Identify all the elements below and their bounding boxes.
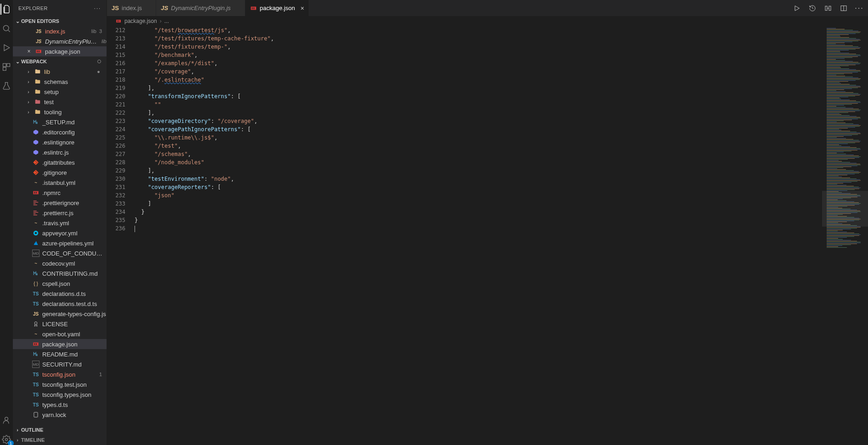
file-label: .prettierrc.js	[42, 210, 107, 217]
svg-rect-20	[34, 192, 35, 194]
tab-label: DynamicEntryPlugin.js	[171, 5, 231, 11]
file-item[interactable]: appveyor.yml	[13, 228, 107, 238]
file-item[interactable]: ~codecov.yml	[13, 258, 107, 268]
tab-label: index.js	[122, 5, 142, 11]
file-item[interactable]: CONTRIBUTING.md	[13, 268, 107, 278]
svg-point-31	[35, 232, 37, 234]
close-icon[interactable]: ×	[300, 5, 304, 12]
file-item[interactable]: yarn.lock	[13, 410, 107, 420]
history-icon[interactable]	[808, 4, 817, 12]
open-editor-item[interactable]: JSindex.jslib3	[13, 26, 107, 36]
file-tree[interactable]: ›lib●›schemas›setup›test›tooling_SETUP.m…	[13, 67, 107, 425]
svg-rect-2	[3, 64, 6, 67]
more-actions-icon[interactable]: ···	[855, 4, 863, 12]
svg-point-15	[36, 162, 37, 163]
svg-marker-10	[34, 130, 39, 135]
workspace-header[interactable]: ⌄ WEBPACK	[13, 56, 107, 67]
activity-search-icon[interactable]	[1, 23, 12, 34]
file-item[interactable]: TSdeclarations.test.d.ts	[13, 299, 107, 309]
chevron-right-icon: ›	[26, 79, 31, 84]
svg-rect-41	[825, 6, 827, 10]
file-item[interactable]: .eslintignore	[13, 137, 107, 147]
activity-account-icon[interactable]	[1, 415, 12, 426]
breadcrumb-rest: ...	[164, 18, 169, 24]
editor-area[interactable]: 2122132142152162172182192202212222232242…	[107, 26, 868, 445]
file-label: tsconfig.test.json	[42, 381, 107, 388]
file-item[interactable]: azure-pipelines.yml	[13, 238, 107, 248]
file-item[interactable]: TStsconfig.json1	[13, 369, 107, 379]
activity-extensions-icon[interactable]	[1, 61, 12, 72]
run-icon[interactable]	[793, 4, 801, 12]
activity-explorer-icon[interactable]	[0, 4, 11, 15]
folder-item[interactable]: ›test	[13, 97, 107, 107]
svg-rect-26	[34, 211, 37, 211]
editor-tab[interactable]: package.json×	[245, 0, 310, 16]
split-editor-icon[interactable]	[840, 4, 848, 12]
svg-rect-38	[252, 7, 253, 9]
workspace-label: WEBPACK	[21, 59, 47, 64]
file-item[interactable]: .npmrc	[13, 188, 107, 198]
activity-run-icon[interactable]	[1, 42, 12, 53]
folder-label: tooling	[44, 109, 107, 116]
file-item[interactable]: { }cspell.json	[13, 278, 107, 289]
file-item[interactable]: _SETUP.md	[13, 117, 107, 127]
file-path: lib	[91, 28, 96, 34]
code-content[interactable]: "/test/browsertest/js", "/test/fixtures/…	[135, 26, 822, 445]
explorer-more-icon[interactable]: ···	[94, 6, 101, 11]
close-icon[interactable]: ×	[26, 48, 32, 55]
folder-item[interactable]: ›tooling	[13, 107, 107, 117]
activity-settings-icon[interactable]: 1	[1, 434, 12, 445]
explorer-panel: EXPLORER ··· ⌄ OPEN EDITORS JSindex.jsli…	[13, 0, 107, 445]
editor-tab[interactable]: JSDynamicEntryPlugin.js×	[156, 0, 245, 16]
diff-icon[interactable]	[824, 4, 832, 12]
file-item[interactable]: ~.travis.yml	[13, 218, 107, 228]
file-item[interactable]: .editorconfig	[13, 127, 107, 137]
open-editor-item[interactable]: ×package.json	[13, 46, 107, 56]
open-editors-header[interactable]: ⌄ OPEN EDITORS	[13, 16, 107, 26]
problem-count: 3	[99, 28, 102, 34]
file-item[interactable]: TStsconfig.test.json	[13, 379, 107, 389]
outline-header[interactable]: › OUTLINE	[13, 425, 107, 435]
folder-item[interactable]: ›schemas	[13, 77, 107, 87]
minimap[interactable]	[822, 26, 868, 445]
svg-point-0	[3, 25, 9, 31]
svg-rect-39	[254, 7, 254, 9]
file-item[interactable]: .eslintrc.js	[13, 147, 107, 157]
file-item[interactable]: ~.istanbul.yml	[13, 178, 107, 188]
svg-marker-11	[34, 140, 39, 145]
file-item[interactable]: TStsconfig.types.json	[13, 389, 107, 400]
file-item[interactable]: .gitattributes	[13, 157, 107, 167]
file-item[interactable]: .gitignore	[13, 167, 107, 178]
file-item[interactable]: MDSECURITY.md	[13, 359, 107, 369]
chevron-right-icon: ›	[26, 100, 31, 105]
file-item[interactable]: TSdeclarations.d.ts	[13, 289, 107, 299]
file-label: .gitignore	[42, 169, 107, 176]
file-item[interactable]: .prettierignore	[13, 198, 107, 208]
file-label: CODE_OF_CONDUCT.md	[42, 250, 107, 257]
folder-label: setup	[44, 89, 107, 95]
svg-rect-36	[34, 412, 38, 417]
file-label: .npmrc	[42, 189, 107, 196]
folder-item[interactable]: ›setup	[13, 87, 107, 97]
file-item[interactable]: LICENSE	[13, 319, 107, 329]
chevron-right-icon: ›	[26, 89, 31, 95]
file-item[interactable]: JSgenerate-types-config.js	[13, 309, 107, 319]
file-item[interactable]: README.md	[13, 349, 107, 359]
file-item[interactable]: package.json	[13, 339, 107, 349]
breadcrumb[interactable]: package.json › ...	[107, 16, 868, 26]
folder-icon	[34, 78, 41, 85]
modified-dot: ●	[97, 69, 100, 74]
folder-item[interactable]: ›lib●	[13, 67, 107, 77]
file-item[interactable]: MDCODE_OF_CONDUCT.md	[13, 248, 107, 258]
breadcrumb-sep: ›	[160, 18, 162, 24]
file-label: codecov.yml	[42, 260, 107, 267]
editor-tab[interactable]: JSindex.js×	[107, 0, 156, 16]
minimap-viewport[interactable]	[822, 191, 868, 227]
timeline-header[interactable]: › TIMELINE	[13, 435, 107, 445]
open-editor-item[interactable]: JSDynamicEntryPlugin.jslib	[13, 36, 107, 46]
file-item[interactable]: ~open-bot.yaml	[13, 329, 107, 339]
file-item[interactable]: TStypes.d.ts	[13, 400, 107, 410]
file-item[interactable]: .prettierrc.js	[13, 208, 107, 218]
file-label: DynamicEntryPlugin.js	[45, 38, 97, 45]
activity-testing-icon[interactable]	[1, 81, 12, 92]
